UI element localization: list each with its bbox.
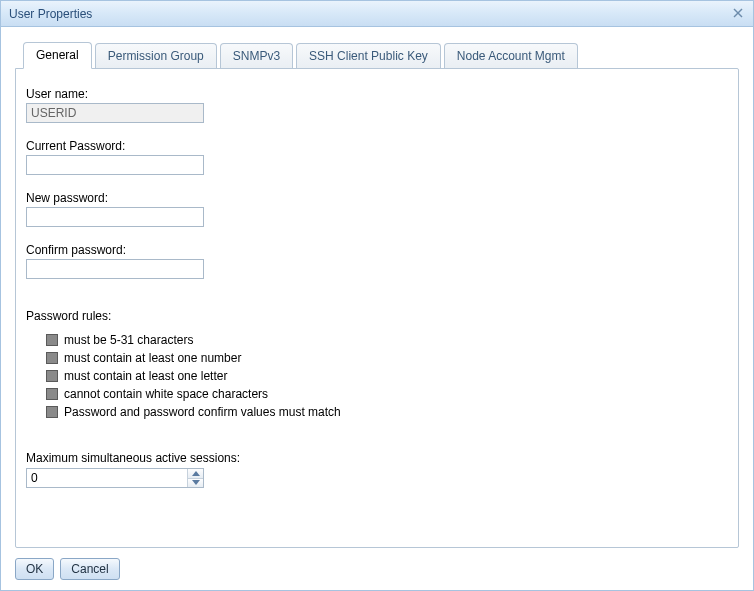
new-password-row: New password: xyxy=(26,191,728,227)
tab-node-account-mgmt[interactable]: Node Account Mgmt xyxy=(444,43,578,69)
spinner-down-button[interactable] xyxy=(188,478,203,488)
spinner-up-button[interactable] xyxy=(188,469,203,478)
svg-rect-6 xyxy=(47,407,58,418)
dialog-titlebar: User Properties xyxy=(1,1,753,27)
current-password-row: Current Password: xyxy=(26,139,728,175)
current-password-label: Current Password: xyxy=(26,139,728,153)
svg-rect-4 xyxy=(47,371,58,382)
username-row: User name: xyxy=(26,87,728,123)
rule-text: must contain at least one number xyxy=(64,351,241,365)
password-rule-item: cannot contain white space characters xyxy=(46,387,728,401)
rule-text: Password and password confirm values mus… xyxy=(64,405,341,419)
chevron-down-icon xyxy=(192,480,200,485)
password-rule-item: Password and password confirm values mus… xyxy=(46,405,728,419)
svg-rect-2 xyxy=(47,335,58,346)
password-rule-item: must contain at least one number xyxy=(46,351,728,365)
svg-rect-3 xyxy=(47,353,58,364)
tab-ssh-client-public-key[interactable]: SSH Client Public Key xyxy=(296,43,441,69)
spinner-buttons xyxy=(187,469,203,487)
tab-permission-group[interactable]: Permission Group xyxy=(95,43,217,69)
tabstrip: General Permission Group SNMPv3 SSH Clie… xyxy=(23,41,739,68)
max-sessions-label: Maximum simultaneous active sessions: xyxy=(26,451,728,465)
svg-rect-5 xyxy=(47,389,58,400)
confirm-password-label: Confirm password: xyxy=(26,243,728,257)
tab-general[interactable]: General xyxy=(23,42,92,69)
current-password-field[interactable] xyxy=(26,155,204,175)
tab-snmpv3[interactable]: SNMPv3 xyxy=(220,43,293,69)
ok-button[interactable]: OK xyxy=(15,558,54,580)
dialog-content: General Permission Group SNMPv3 SSH Clie… xyxy=(1,27,753,590)
username-label: User name: xyxy=(26,87,728,101)
chevron-up-icon xyxy=(192,471,200,476)
password-rules-title: Password rules: xyxy=(26,309,728,323)
svg-marker-8 xyxy=(192,480,200,485)
new-password-label: New password: xyxy=(26,191,728,205)
rule-text: cannot contain white space characters xyxy=(64,387,268,401)
close-icon[interactable] xyxy=(729,4,747,22)
confirm-password-field[interactable] xyxy=(26,259,204,279)
tabpanel-general: User name: Current Password: New passwor… xyxy=(15,68,739,548)
user-properties-dialog: User Properties General Permission Group… xyxy=(0,0,754,591)
password-rule-item: must be 5-31 characters xyxy=(46,333,728,347)
rule-status-icon xyxy=(46,406,58,418)
rule-text: must contain at least one letter xyxy=(64,369,227,383)
max-sessions-input[interactable] xyxy=(27,469,187,487)
confirm-password-row: Confirm password: xyxy=(26,243,728,279)
dialog-buttons: OK Cancel xyxy=(15,558,739,580)
cancel-button[interactable]: Cancel xyxy=(60,558,119,580)
svg-marker-7 xyxy=(192,471,200,476)
rule-status-icon xyxy=(46,334,58,346)
new-password-field[interactable] xyxy=(26,207,204,227)
max-sessions-stepper[interactable] xyxy=(26,468,204,488)
max-sessions-row: Maximum simultaneous active sessions: xyxy=(26,451,728,488)
password-rule-item: must contain at least one letter xyxy=(46,369,728,383)
dialog-title: User Properties xyxy=(9,7,92,21)
rule-status-icon xyxy=(46,352,58,364)
rule-text: must be 5-31 characters xyxy=(64,333,193,347)
username-field xyxy=(26,103,204,123)
rule-status-icon xyxy=(46,370,58,382)
rule-status-icon xyxy=(46,388,58,400)
password-rules-list: must be 5-31 characters must contain at … xyxy=(46,333,728,419)
